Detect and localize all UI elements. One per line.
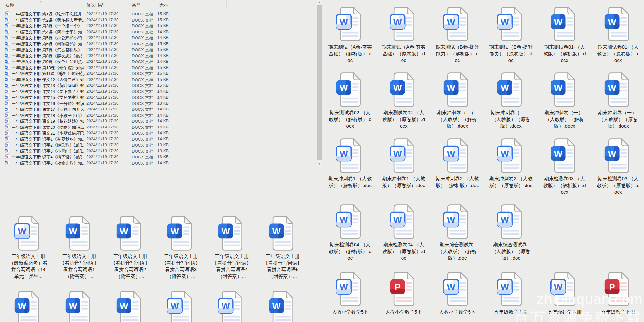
file-item[interactable]: W	[257, 290, 308, 322]
file-row[interactable]: W 一年级语文下册 第9课《夜色》知识点... 2024/11/19 17:30…	[0, 58, 309, 64]
file-row[interactable]: W 一年级语文下册 识字5《动物儿歌》知... 2024/11/19 17:30…	[0, 160, 309, 166]
file-row[interactable]: W 一年级语文下册 第10课《端午粽》知识... 2024/11/19 17:3…	[0, 64, 309, 71]
file-type-icon: W	[497, 271, 525, 307]
file-item[interactable]: W 人教小学数学5下	[431, 271, 484, 316]
file-item[interactable]: W 期末测试（A卷·夯实基础）（解析版）.doc	[323, 6, 377, 64]
file-item[interactable]: P 五年级数学下册	[592, 271, 644, 316]
scrollbar-thumb[interactable]	[317, 5, 322, 160]
file-item[interactable]: W	[105, 290, 156, 322]
svg-text:W: W	[5, 84, 7, 87]
word-file-icon: W	[5, 107, 9, 111]
file-item[interactable]: W 三年级语文上册【看拼音写词语】看拼音写词语5（附答案）...	[257, 216, 308, 279]
file-row[interactable]: W 一年级语文下册 第4课《四个太阳》知... 2024/11/19 17:30…	[0, 29, 309, 35]
file-row[interactable]: W 一年级语文下册 识字4《猜字谜》知识... 2024/11/19 17:30…	[0, 154, 309, 160]
file-item[interactable]: W	[206, 290, 257, 322]
file-type-icon: P	[604, 271, 632, 307]
file-name: 一年级语文下册 课文18《小猴子下山》...	[12, 113, 85, 118]
svg-text:W: W	[5, 156, 7, 158]
file-row[interactable]: W 一年级语文下册 第11课《彩虹》知识点... 2024/11/19 17:3…	[0, 70, 309, 76]
file-date-modified: 2024/11/19 17:30	[86, 59, 118, 64]
file-row[interactable]: W 一年级语文下册 课文12《古诗二首》知... 2024/11/19 17:3…	[0, 76, 309, 82]
file-date-modified: 2024/11/19 17:30	[86, 17, 118, 22]
file-item[interactable]: W 期末冲刺卷2-（人教版）（原卷版）.doc	[484, 138, 538, 195]
file-item[interactable]: W 期末测试（B卷·提升能力）（原卷版）.doc	[484, 6, 538, 64]
file-row[interactable]: W 一年级语文下册 课文20《咕咚》知识点... 2024/11/19 17:3…	[0, 124, 309, 130]
scroll-up-button[interactable]: ∧	[317, 0, 322, 5]
file-type-icon: W	[116, 290, 144, 322]
file-size: 15 KB	[142, 65, 169, 70]
file-date-modified: 2024/11/19 17:30	[86, 101, 118, 106]
file-item[interactable]: W 期末检测卷04-（人教版）（解析版）.doc	[323, 204, 377, 261]
file-item[interactable]: W 三年级语文上册（最新编必考）看拼音写词语（14单元一类生...	[3, 216, 54, 279]
file-date-modified: 2024/11/19 17:30	[86, 71, 118, 76]
file-item[interactable]: W 期末检测卷03-（人教版）（解析版）.docx	[538, 138, 592, 195]
file-item[interactable]: W 期末综合测试卷-（人教版）（原卷版）.doc	[484, 204, 538, 261]
vertical-scrollbar[interactable]: ∧ ∨	[317, 0, 322, 166]
file-item[interactable]: W 期末测试（A卷·夯实基础）（原卷版）.doc	[377, 6, 431, 64]
file-row[interactable]: W 一年级语文下册 第8课《静夜思》知识... 2024/11/19 17:30…	[0, 52, 309, 59]
file-row[interactable]: W 一年级语文下册 识字2《姓氏歌》知识... 2024/11/19 17:30…	[0, 142, 309, 148]
column-header-name[interactable]: 名称	[5, 2, 14, 8]
file-row[interactable]: W 一年级语文下册 第6课《树和喜鹊》知... 2024/11/19 17:30…	[0, 41, 309, 47]
file-row[interactable]: W 一年级语文下册 课文19《棉花姑娘》知... 2024/11/19 17:3…	[0, 118, 309, 124]
file-item[interactable]: W 五年级数学下册	[484, 271, 538, 316]
file-type-icon: W	[443, 204, 471, 239]
file-item[interactable]: W 期末检测卷04-（人教版）（原卷版）.doc	[377, 204, 431, 261]
file-item[interactable]: W 期末检测卷03-（人教版）（原卷版）.docx	[592, 138, 644, 195]
file-item[interactable]: W 期末测试卷01-（人教版）（原卷版）.docx	[592, 6, 644, 64]
list-column-headers: ∧ 名称 修改日期 类型 大小	[0, 0, 322, 9]
column-divider	[84, 1, 84, 8]
file-row[interactable]: W 一年级语文下册 课文16《一分钟》知识... 2024/11/19 17:3…	[0, 100, 309, 106]
svg-text:W: W	[5, 150, 7, 152]
file-item[interactable]: W 三年级语文上册【看拼音写词语】看拼音写词语3（附答案）...	[156, 216, 206, 279]
file-row[interactable]: W 一年级语文下册 第3课《一个接一个》... 2024/11/19 17:30…	[0, 23, 309, 29]
file-item[interactable]: W 人教小学数学5下	[323, 271, 377, 316]
file-item[interactable]: W 期末测试卷02-（人教版）（解析版）.docx	[323, 72, 377, 129]
file-row[interactable]: W 一年级语文下册 课文15《文具的家》知... 2024/11/19 17:3…	[0, 94, 309, 100]
file-row[interactable]: W 一年级语文下册 课文18《小猴子下山》... 2024/11/19 17:3…	[0, 112, 309, 118]
column-header-date-modified[interactable]: 修改日期	[86, 2, 104, 8]
file-item[interactable]: W 期末冲刺卷1-（人教版）（原卷版）.doc	[377, 138, 431, 195]
file-row[interactable]: W 一年级语文下册 课文17《动物王国开大... 2024/11/19 17:3…	[0, 106, 309, 112]
file-item[interactable]: P 人教小学数学5下	[377, 271, 431, 316]
file-item[interactable]: W 期末冲刺卷（一）-（人教版）（解析版）.docx	[538, 72, 592, 129]
svg-text:W: W	[222, 226, 230, 236]
column-divider	[146, 1, 146, 8]
column-header-type[interactable]: 类型	[132, 2, 140, 8]
file-name: 一年级语文下册 课文21《小壁虎借尾巴...	[12, 130, 85, 136]
file-item[interactable]: W 期末测试卷01-（人教版）（解析版）.docx	[538, 6, 592, 64]
file-item-label: 期末测试卷02-（人教版）（解析版）.docx	[328, 109, 372, 129]
svg-text:W: W	[5, 126, 7, 128]
file-row[interactable]: W 一年级语文下册 课文14《要下雨了》知... 2024/11/19 17:3…	[0, 88, 309, 94]
file-item[interactable]: W 期末冲刺卷（一）-（人教版）（原卷版）.docx	[592, 72, 644, 129]
file-item[interactable]: W 三年级语文上册【看拼音写词语】看拼音写词语1（附答案）...	[54, 216, 105, 279]
file-row[interactable]: W 一年级语文下册 课文13《荷叶圆圆》知... 2024/11/19 17:3…	[0, 82, 309, 88]
file-item[interactable]: W 期末冲刺卷2-（人教版）（解析版）.doc	[431, 138, 484, 195]
file-item[interactable]: W 期末综合测试卷-（人教版）（解析版）.doc	[431, 204, 484, 261]
file-row[interactable]: W 一年级语文下册 第2课《我多想去看看... 2024/11/19 17:30…	[0, 17, 309, 23]
column-header-size[interactable]: 大小	[147, 2, 168, 8]
svg-text:W: W	[272, 301, 281, 311]
file-row[interactable]: W 一年级语文下册 识字3《小青蛙》知识... 2024/11/19 17:30…	[0, 148, 309, 154]
file-item[interactable]: W 三年级语文上册【看拼音写词语】看拼音写词语4（附答案）...	[206, 216, 257, 279]
scroll-down-button[interactable]: ∨	[317, 161, 322, 166]
file-item-label: 期末综合测试卷-（人教版）（解析版）.doc	[435, 242, 479, 261]
file-item[interactable]: W 期末测试（B卷·提升能力）（解析版）.doc	[431, 6, 484, 64]
svg-text:W: W	[447, 83, 455, 93]
file-item[interactable]: W 期末冲刺卷1-（人教版）（解析版）.doc	[323, 138, 377, 195]
file-item[interactable]: W	[3, 290, 54, 322]
file-item[interactable]: W 期末冲刺卷（二）-（人教版）（原卷版）.docx	[484, 72, 538, 129]
file-item[interactable]: W 三年级语文上册【看拼音写词语】看拼音写词语2（附答案）...	[105, 216, 156, 279]
file-row[interactable]: W 一年级语文下册 第1课《吃水不忘挖井... 2024/11/19 17:30…	[0, 11, 309, 17]
file-name: 一年级语文下册 课文20《咕咚》知识点...	[12, 125, 85, 130]
file-row[interactable]: W 一年级语文下册 第5课《小公鸡和小鸭... 2024/11/19 17:30…	[0, 34, 309, 41]
file-item[interactable]: W	[156, 290, 206, 322]
file-item[interactable]: W 期末冲刺卷（二）-（人教版）（解析版）.docx	[431, 72, 484, 129]
file-row[interactable]: W 一年级语文下册 课文21《小壁虎借尾巴... 2024/11/19 17:3…	[0, 130, 309, 136]
file-item-label: 期末测试卷01-（人教版）（解析版）.docx	[543, 44, 587, 64]
file-item[interactable]: W 五年级数学下册	[538, 271, 592, 316]
file-item[interactable]: W 期末测试卷02-（人教版）（原卷版）.docx	[377, 72, 431, 129]
file-item[interactable]: W	[54, 290, 105, 322]
file-row[interactable]: W 一年级语文下册 第7课《怎么都快乐》... 2024/11/19 17:30…	[0, 46, 309, 52]
file-row[interactable]: W 一年级语文下册 识字1《春夏秋冬》知... 2024/11/19 17:30…	[0, 136, 309, 142]
